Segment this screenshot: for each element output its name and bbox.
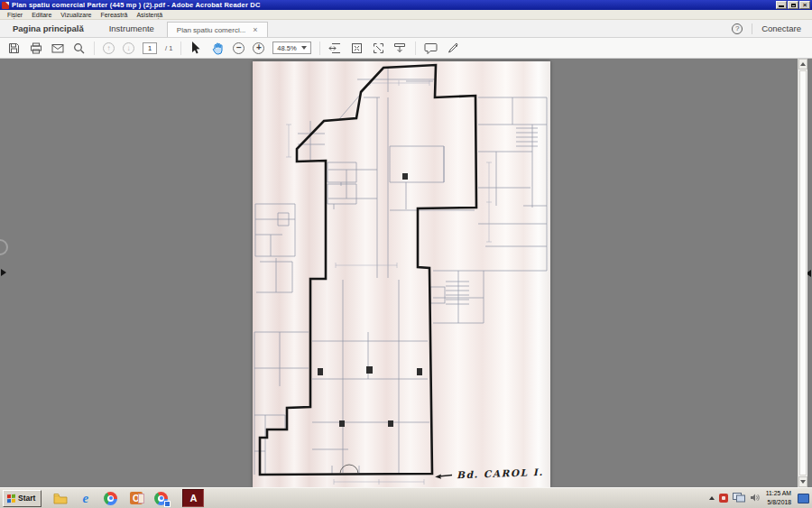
scrollbar-thumb[interactable] <box>799 70 807 476</box>
zoom-level-dropdown[interactable]: 48.5% <box>272 42 310 54</box>
pencil-icon[interactable] <box>446 42 459 55</box>
internet-explorer-icon[interactable]: e <box>78 491 93 506</box>
tab-document-label: Plan spatiu comerci... <box>177 26 245 34</box>
divider <box>94 42 95 55</box>
floor-plan-drawing <box>253 61 550 487</box>
divider <box>752 23 752 34</box>
chrome-shortcut-icon[interactable] <box>153 491 169 506</box>
divider <box>415 42 416 55</box>
save-icon[interactable] <box>7 42 21 55</box>
menu-help[interactable]: Asistență <box>133 12 166 18</box>
tray-expand-icon[interactable] <box>709 496 715 500</box>
vertical-scrollbar[interactable] <box>798 59 807 487</box>
fit-page-icon[interactable] <box>350 42 364 55</box>
full-screen-icon[interactable] <box>372 42 385 55</box>
arrow-down-icon <box>800 480 806 484</box>
zoom-in-button[interactable]: + <box>253 42 264 54</box>
acrobat-taskbar-button[interactable]: A <box>182 489 204 507</box>
close-button[interactable]: × <box>799 1 810 9</box>
comment-icon[interactable] <box>424 42 438 55</box>
window-controls: × <box>776 1 810 9</box>
left-panel-arrow-icon[interactable] <box>1 269 6 276</box>
help-icon[interactable]: ? <box>732 23 743 34</box>
print-icon[interactable] <box>29 42 42 55</box>
quick-launch: e O A <box>52 489 204 507</box>
menu-window[interactable]: Fereastră <box>97 12 131 18</box>
hand-tool-icon[interactable] <box>211 42 225 55</box>
system-tray: 11:25 AM 5/8/2018 <box>709 489 809 507</box>
pdf-page[interactable]: Bd. CAROL I. <box>253 61 550 487</box>
panel-handle-icon[interactable] <box>0 239 8 255</box>
menu-view[interactable]: Vizualizare <box>57 12 95 18</box>
minimize-icon <box>779 5 784 7</box>
acrobat-app-icon <box>2 2 9 9</box>
toolbar: ↑ ↓ / 1 − + 48.5% <box>0 38 812 59</box>
title-bar: Plan spatiu comercial Parter (445 mp ) (… <box>0 0 812 10</box>
next-page-button[interactable]: ↓ <box>123 42 134 54</box>
close-icon: × <box>803 1 807 9</box>
show-desktop-icon[interactable] <box>798 494 809 503</box>
outlook-icon[interactable]: O <box>128 491 143 506</box>
folder-icon[interactable] <box>52 491 68 506</box>
chevron-down-icon <box>301 46 307 50</box>
restore-button[interactable] <box>788 1 798 9</box>
sign-in-button[interactable]: Conectare <box>761 23 801 33</box>
window-title: Plan spatiu comercial Parter (445 mp ) (… <box>12 1 261 9</box>
clock-date: 5/8/2018 <box>766 498 791 507</box>
scrolling-mode-icon[interactable] <box>393 42 407 55</box>
menu-edit[interactable]: Editare <box>28 12 55 18</box>
email-icon[interactable] <box>51 42 64 55</box>
zoom-level-value: 48.5% <box>277 44 296 52</box>
search-icon[interactable] <box>72 42 86 55</box>
page-total-label: / 1 <box>165 44 172 52</box>
start-label: Start <box>18 494 35 503</box>
divider <box>319 42 320 55</box>
display-tray-icon[interactable] <box>733 490 745 506</box>
windows-flag-icon <box>7 494 15 503</box>
zoom-out-button[interactable]: − <box>233 42 245 54</box>
tab-bar: Pagina principală Instrumente Plan spati… <box>0 20 812 38</box>
shortcut-badge <box>164 501 171 507</box>
scroll-up-button[interactable] <box>798 59 807 69</box>
divider <box>180 42 181 55</box>
select-tool-icon[interactable] <box>189 42 203 55</box>
scroll-down-button[interactable] <box>798 476 807 487</box>
taskbar: Start e O A 11:25 AM 5/8/2018 <box>0 487 812 508</box>
fit-width-icon[interactable] <box>328 42 342 55</box>
tab-tools[interactable]: Instrumente <box>97 20 167 37</box>
chrome-icon[interactable] <box>103 491 118 506</box>
previous-page-button[interactable]: ↑ <box>103 42 115 54</box>
minimize-button[interactable] <box>776 1 787 9</box>
antivirus-tray-icon[interactable] <box>719 494 728 503</box>
menu-bar: Fișier Editare Vizualizare Fereastră Asi… <box>0 10 812 20</box>
restore-icon <box>791 4 796 7</box>
page-number-input[interactable] <box>143 42 157 54</box>
menu-file[interactable]: Fișier <box>4 12 26 18</box>
arrow-up-icon <box>800 62 806 66</box>
street-arrow-icon <box>435 471 453 480</box>
tab-close-icon[interactable]: × <box>253 25 257 34</box>
tab-document[interactable]: Plan spatiu comerci... × <box>167 22 268 37</box>
volume-tray-icon[interactable] <box>750 490 760 506</box>
clock-time: 11:25 AM <box>766 489 791 498</box>
document-viewer: Bd. CAROL I. <box>0 59 812 487</box>
taskbar-clock[interactable]: 11:25 AM 5/8/2018 <box>766 489 791 507</box>
start-button[interactable]: Start <box>3 490 42 507</box>
tab-home[interactable]: Pagina principală <box>0 20 97 37</box>
